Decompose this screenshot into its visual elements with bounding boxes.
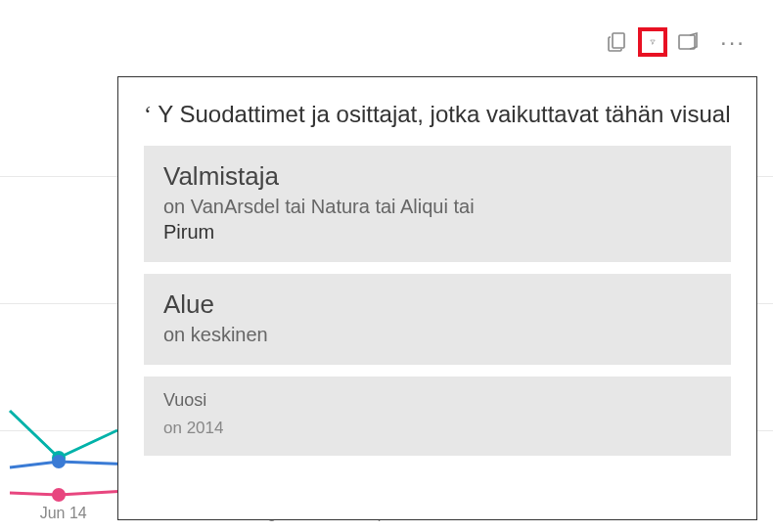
filter-name: Vuosi	[163, 390, 711, 411]
filter-name: Alue	[163, 289, 711, 320]
filter-card-valmistaja[interactable]: Valmistaja on VanArsdel tai Natura tai A…	[144, 146, 731, 262]
more-options-icon[interactable]: ···	[720, 36, 746, 48]
svg-point-7	[52, 488, 66, 502]
filter-name: Valmistaja	[163, 161, 711, 192]
x-axis-tick: Jun 14	[40, 505, 87, 522]
copy-icon[interactable]	[603, 27, 632, 57]
focus-mode-icon[interactable]	[673, 27, 703, 57]
filter-value: on keskinen	[163, 322, 711, 347]
svg-rect-11	[679, 35, 695, 49]
filter-card-alue[interactable]: Alue on keskinen	[144, 274, 731, 365]
filter-value: on 2014	[163, 419, 711, 438]
filters-popup: ‘ Y Suodattimet ja osittajat, jotka vaik…	[117, 76, 757, 520]
filter-card-vuosi[interactable]: Vuosi on 2014	[144, 377, 731, 456]
popup-title: ‘ Y Suodattimet ja osittajat, jotka vaik…	[144, 101, 731, 128]
svg-point-5	[52, 455, 66, 468]
filter-icon[interactable]	[638, 27, 667, 57]
visual-toolbar: ···	[603, 27, 746, 57]
filter-value: on VanArsdel tai Natura tai Aliqui tai P…	[163, 194, 711, 244]
svg-rect-10	[613, 33, 624, 48]
